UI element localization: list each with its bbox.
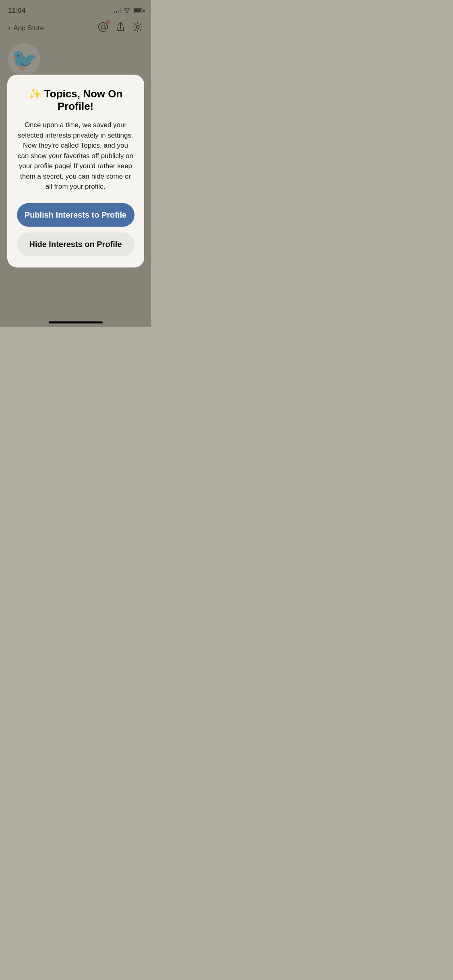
modal-body: Once upon a time, we saved your selected… — [17, 120, 134, 192]
hide-interests-button[interactable]: Hide Interests on Profile — [17, 233, 134, 256]
publish-interests-button[interactable]: Publish Interests to Profile — [17, 203, 134, 227]
modal-title: ✨ Topics, Now On Profile! — [17, 88, 134, 113]
topics-modal: ✨ Topics, Now On Profile! Once upon a ti… — [7, 75, 144, 268]
sparkle-icon: ✨ — [29, 88, 41, 100]
home-indicator — [49, 321, 103, 323]
